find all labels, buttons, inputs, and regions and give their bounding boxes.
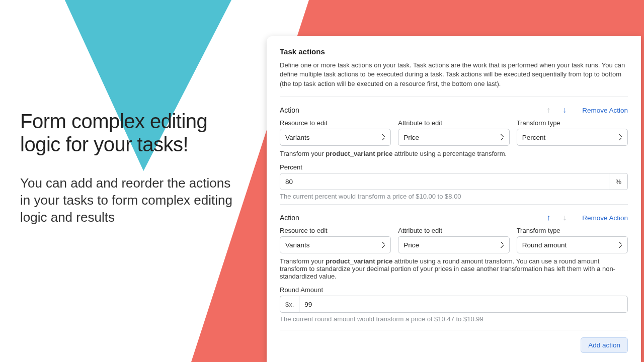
resource-select[interactable]: Variants (280, 129, 391, 146)
task-actions-panel: Task actions Define one or more task act… (267, 36, 641, 362)
transform-helper: Transform your product_variant price att… (280, 257, 628, 280)
action-block-1: Action ↑ ↓ Remove Action Resource to edi… (280, 97, 628, 200)
headline: Form complex editing logic for your task… (20, 110, 242, 156)
attribute-label: Attribute to edit (398, 119, 509, 127)
percent-label: Percent (280, 163, 628, 171)
remove-action-link[interactable]: Remove Action (582, 107, 628, 114)
resource-label: Resource to edit (280, 227, 391, 234)
move-up-icon: ↑ (542, 104, 555, 116)
transform-helper: Transform your product_variant price att… (280, 150, 628, 157)
panel-title: Task actions (280, 47, 628, 56)
remove-action-link[interactable]: Remove Action (582, 214, 628, 222)
attribute-select[interactable]: Price (398, 236, 509, 253)
move-up-icon[interactable]: ↑ (542, 212, 555, 224)
transform-label: Transform type (517, 227, 628, 234)
add-action-button[interactable]: Add action (581, 337, 628, 353)
resource-label: Resource to edit (280, 119, 391, 127)
panel-footer: Add action (280, 330, 628, 353)
transform-label: Transform type (517, 119, 628, 127)
percent-suffix: % (609, 173, 628, 190)
panel-description: Define one or more task actions on your … (280, 61, 628, 88)
percent-result: The current percent would transform a pr… (280, 193, 628, 200)
percent-input[interactable]: 80 (280, 173, 609, 190)
move-down-icon[interactable]: ↓ (558, 104, 571, 116)
round-result: The current round amount would transform… (280, 315, 628, 323)
action-block-2: Action ↑ ↓ Remove Action Resource to edi… (280, 204, 628, 323)
subheadline: You can add and reorder the actions in y… (20, 175, 242, 226)
resource-select[interactable]: Variants (280, 236, 391, 253)
attribute-label: Attribute to edit (398, 227, 509, 234)
action-label: Action (280, 106, 542, 114)
transform-select[interactable]: Percent (517, 129, 628, 146)
attribute-select[interactable]: Price (398, 129, 509, 146)
action-label: Action (280, 214, 542, 222)
transform-select[interactable]: Round amount (517, 236, 628, 253)
round-prefix: $x. (280, 296, 299, 313)
round-amount-input[interactable]: 99 (299, 296, 628, 313)
marketing-copy: Form complex editing logic for your task… (20, 110, 242, 226)
move-down-icon: ↓ (558, 212, 571, 224)
round-amount-label: Round Amount (280, 286, 628, 294)
